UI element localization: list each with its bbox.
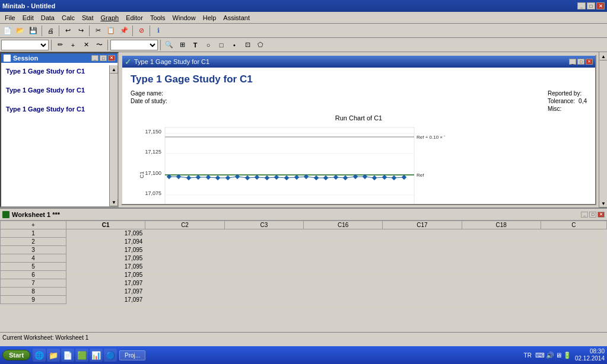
cell-c3-4[interactable] <box>224 254 303 263</box>
cell-extra-2-6[interactable] <box>462 271 541 279</box>
ws-maximize[interactable]: □ <box>589 212 596 218</box>
print-button[interactable]: 🖨 <box>45 25 56 37</box>
cell-c3-9[interactable] <box>224 296 303 304</box>
cell-c1-8[interactable]: 17,097 <box>66 288 145 296</box>
cell-extra-1-6[interactable] <box>383 271 462 279</box>
cell-extra-0-4[interactable] <box>303 254 382 263</box>
cell-extra-1-8[interactable] <box>383 288 462 296</box>
stop-button[interactable]: ⊘ <box>135 25 147 37</box>
rect-button[interactable]: □ <box>215 39 227 51</box>
menu-edit[interactable]: Edit <box>19 13 37 23</box>
cell-extra-1-3[interactable] <box>383 246 462 254</box>
graph-minimize[interactable]: _ <box>569 59 576 65</box>
minimize-button[interactable]: _ <box>577 2 586 9</box>
cell-extra-3-9[interactable] <box>541 296 606 304</box>
menu-assistant[interactable]: Assistant <box>220 13 253 23</box>
cell-extra-1-4[interactable] <box>383 254 462 263</box>
cell-extra-3-1[interactable] <box>541 229 606 238</box>
start-button[interactable]: Start <box>2 350 30 360</box>
folder-button[interactable]: 📁 <box>47 349 60 362</box>
new-button[interactable]: 📄 <box>1 25 13 37</box>
font-dropdown[interactable] <box>1 40 49 50</box>
ws-minimize[interactable]: _ <box>581 212 588 218</box>
keyboard-icon[interactable]: ⌨ <box>535 352 545 359</box>
col-header-c2[interactable]: C2 <box>145 221 224 229</box>
screen-button[interactable]: ⊡ <box>241 39 253 51</box>
cell-c3-8[interactable] <box>224 288 303 296</box>
session-item-1[interactable]: Type 1 Gage Study for C1 <box>6 68 113 75</box>
wave-button[interactable]: 〜 <box>93 39 105 51</box>
right-scroll-down[interactable]: ▼ <box>599 199 607 207</box>
dot-button[interactable]: • <box>228 39 240 51</box>
session-item-3[interactable]: Type 1 Gage Study for C1 <box>6 106 113 113</box>
cell-c1-5[interactable]: 17,095 <box>66 263 145 271</box>
cell-c1-1[interactable]: 17,095 <box>66 229 145 238</box>
cell-extra-2-3[interactable] <box>462 246 541 254</box>
text-button[interactable]: T <box>189 39 201 51</box>
cell-extra-3-2[interactable] <box>541 238 606 246</box>
scroll-up[interactable]: ▲ <box>110 65 118 74</box>
cell-c3-3[interactable] <box>224 246 303 254</box>
cell-extra-0-3[interactable] <box>303 246 382 254</box>
maximize-button[interactable]: □ <box>587 2 595 9</box>
col-header-c1[interactable]: C1 <box>66 221 145 229</box>
cell-extra-1-2[interactable] <box>383 238 462 246</box>
poly-button[interactable]: ⬠ <box>255 39 266 51</box>
session-scrollbar[interactable]: ▲ ▼ <box>109 65 117 206</box>
menu-file[interactable]: File <box>1 13 19 23</box>
session-close[interactable]: ✕ <box>108 55 115 61</box>
session-maximize[interactable]: □ <box>100 55 107 61</box>
scroll-down[interactable]: ▼ <box>110 198 118 206</box>
search-button[interactable]: 🔍 <box>163 39 175 51</box>
cut-button[interactable]: ✂ <box>92 25 104 37</box>
cell-extra-2-5[interactable] <box>462 263 541 271</box>
cell-extra-3-7[interactable] <box>541 279 606 288</box>
menu-window[interactable]: Window <box>169 13 199 23</box>
cell-extra-2-8[interactable] <box>462 288 541 296</box>
cell-extra-3-6[interactable] <box>541 271 606 279</box>
menu-calc[interactable]: Calc <box>58 13 78 23</box>
undo-button[interactable]: ↩ <box>62 25 74 37</box>
cell-extra-3-3[interactable] <box>541 246 606 254</box>
cell-c3-1[interactable] <box>224 229 303 238</box>
cell-c1-7[interactable]: 17,097 <box>66 279 145 288</box>
taskbar-item-proj[interactable]: Proj... <box>119 350 145 360</box>
cell-c2-5[interactable] <box>145 263 224 271</box>
menu-help[interactable]: Help <box>199 13 220 23</box>
menu-graph[interactable]: Graph <box>97 13 123 23</box>
cell-extra-3-4[interactable] <box>541 254 606 263</box>
cell-c2-7[interactable] <box>145 279 224 288</box>
cell-extra-3-8[interactable] <box>541 288 606 296</box>
right-scroll-up[interactable]: ▲ <box>599 52 607 60</box>
cell-c1-3[interactable]: 17,095 <box>66 246 145 254</box>
cell-extra-0-1[interactable] <box>303 229 382 238</box>
ie-button[interactable]: 🌐 <box>33 349 46 362</box>
menu-editor[interactable]: Editor <box>122 13 147 23</box>
cell-c3-2[interactable] <box>224 238 303 246</box>
cell-c2-1[interactable] <box>145 229 224 238</box>
cell-extra-3-5[interactable] <box>541 263 606 271</box>
cross-button[interactable]: ✕ <box>80 39 92 51</box>
cell-extra-2-4[interactable] <box>462 254 541 263</box>
docs-button[interactable]: 📄 <box>61 349 74 362</box>
cell-c1-9[interactable]: 17,097 <box>66 296 145 304</box>
worksheet-grid[interactable]: + C1 C2 C3 C16 C17 C18 C 117,095217,0943… <box>0 221 607 332</box>
cell-extra-2-7[interactable] <box>462 279 541 288</box>
cell-c3-6[interactable] <box>224 271 303 279</box>
volume-icon[interactable]: 🔊 <box>546 352 554 359</box>
cell-c2-8[interactable] <box>145 288 224 296</box>
cell-extra-2-2[interactable] <box>462 238 541 246</box>
session-minimize[interactable]: _ <box>91 55 98 61</box>
graph-close[interactable]: ✕ <box>586 59 593 65</box>
redo-button[interactable]: ↪ <box>75 25 87 37</box>
col-header-c3[interactable]: C3 <box>224 221 303 229</box>
menu-data[interactable]: Data <box>37 13 58 23</box>
ws-close[interactable]: ✕ <box>598 212 605 218</box>
cell-extra-1-9[interactable] <box>383 296 462 304</box>
network-icon[interactable]: 🖥 <box>555 352 562 359</box>
col-header-c18[interactable]: C18 <box>462 221 541 229</box>
cell-extra-0-2[interactable] <box>303 238 382 246</box>
cell-c2-9[interactable] <box>145 296 224 304</box>
cell-c2-6[interactable] <box>145 271 224 279</box>
oval-button[interactable]: ○ <box>202 39 214 51</box>
